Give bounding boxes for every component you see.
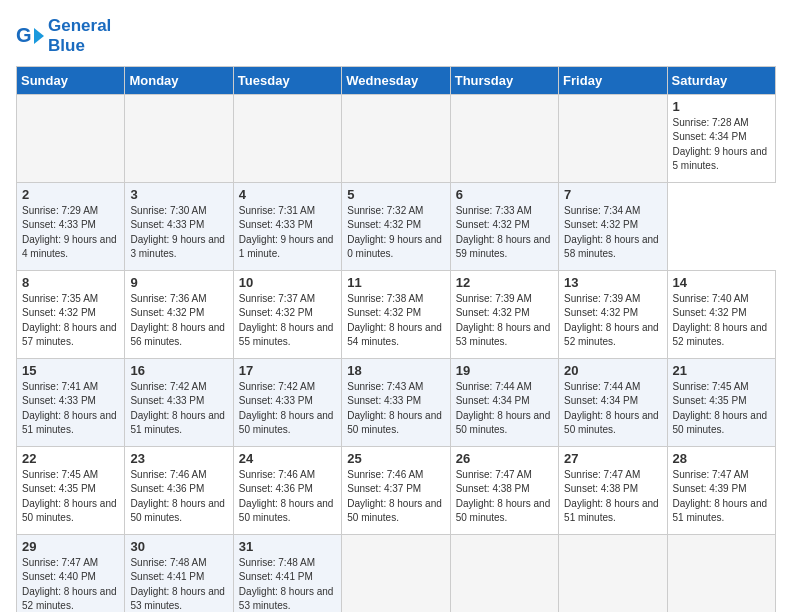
col-header-monday: Monday — [125, 66, 233, 94]
day-info: Sunrise: 7:47 AMSunset: 4:38 PMDaylight:… — [456, 468, 553, 526]
day-cell-24: 24Sunrise: 7:46 AMSunset: 4:36 PMDayligh… — [233, 446, 341, 534]
day-cell-8: 8Sunrise: 7:35 AMSunset: 4:32 PMDaylight… — [17, 270, 125, 358]
day-cell-13: 13Sunrise: 7:39 AMSunset: 4:32 PMDayligh… — [559, 270, 667, 358]
day-number: 13 — [564, 275, 661, 290]
day-number: 15 — [22, 363, 119, 378]
empty-cell — [342, 94, 450, 182]
day-number: 11 — [347, 275, 444, 290]
col-header-thursday: Thursday — [450, 66, 558, 94]
col-header-tuesday: Tuesday — [233, 66, 341, 94]
col-header-wednesday: Wednesday — [342, 66, 450, 94]
svg-text:G: G — [16, 24, 32, 46]
day-number: 24 — [239, 451, 336, 466]
day-cell-5: 5Sunrise: 7:32 AMSunset: 4:32 PMDaylight… — [342, 182, 450, 270]
day-cell-21: 21Sunrise: 7:45 AMSunset: 4:35 PMDayligh… — [667, 358, 775, 446]
week-row-6: 29Sunrise: 7:47 AMSunset: 4:40 PMDayligh… — [17, 534, 776, 612]
day-cell-18: 18Sunrise: 7:43 AMSunset: 4:33 PMDayligh… — [342, 358, 450, 446]
day-number: 12 — [456, 275, 553, 290]
col-header-friday: Friday — [559, 66, 667, 94]
day-info: Sunrise: 7:47 AMSunset: 4:38 PMDaylight:… — [564, 468, 661, 526]
week-row-2: 2Sunrise: 7:29 AMSunset: 4:33 PMDaylight… — [17, 182, 776, 270]
day-info: Sunrise: 7:42 AMSunset: 4:33 PMDaylight:… — [130, 380, 227, 438]
day-number: 25 — [347, 451, 444, 466]
day-cell-12: 12Sunrise: 7:39 AMSunset: 4:32 PMDayligh… — [450, 270, 558, 358]
empty-cell — [450, 94, 558, 182]
week-row-3: 8Sunrise: 7:35 AMSunset: 4:32 PMDaylight… — [17, 270, 776, 358]
day-cell-9: 9Sunrise: 7:36 AMSunset: 4:32 PMDaylight… — [125, 270, 233, 358]
day-info: Sunrise: 7:45 AMSunset: 4:35 PMDaylight:… — [22, 468, 119, 526]
logo-icon: G — [16, 24, 44, 48]
day-number: 26 — [456, 451, 553, 466]
day-info: Sunrise: 7:30 AMSunset: 4:33 PMDaylight:… — [130, 204, 227, 262]
day-info: Sunrise: 7:46 AMSunset: 4:36 PMDaylight:… — [239, 468, 336, 526]
day-cell-4: 4Sunrise: 7:31 AMSunset: 4:33 PMDaylight… — [233, 182, 341, 270]
day-info: Sunrise: 7:29 AMSunset: 4:33 PMDaylight:… — [22, 204, 119, 262]
empty-cell — [17, 94, 125, 182]
day-number: 28 — [673, 451, 770, 466]
empty-cell — [342, 534, 450, 612]
day-number: 7 — [564, 187, 661, 202]
day-number: 27 — [564, 451, 661, 466]
day-cell-15: 15Sunrise: 7:41 AMSunset: 4:33 PMDayligh… — [17, 358, 125, 446]
day-number: 10 — [239, 275, 336, 290]
day-number: 3 — [130, 187, 227, 202]
day-number: 17 — [239, 363, 336, 378]
day-number: 5 — [347, 187, 444, 202]
day-number: 22 — [22, 451, 119, 466]
day-number: 16 — [130, 363, 227, 378]
day-cell-30: 30Sunrise: 7:48 AMSunset: 4:41 PMDayligh… — [125, 534, 233, 612]
week-row-1: 1Sunrise: 7:28 AMSunset: 4:34 PMDaylight… — [17, 94, 776, 182]
day-info: Sunrise: 7:47 AMSunset: 4:40 PMDaylight:… — [22, 556, 119, 612]
day-info: Sunrise: 7:34 AMSunset: 4:32 PMDaylight:… — [564, 204, 661, 262]
day-info: Sunrise: 7:38 AMSunset: 4:32 PMDaylight:… — [347, 292, 444, 350]
empty-cell — [125, 94, 233, 182]
day-info: Sunrise: 7:39 AMSunset: 4:32 PMDaylight:… — [456, 292, 553, 350]
day-cell-10: 10Sunrise: 7:37 AMSunset: 4:32 PMDayligh… — [233, 270, 341, 358]
page-header: G GeneralBlue — [16, 16, 776, 56]
day-number: 30 — [130, 539, 227, 554]
day-info: Sunrise: 7:31 AMSunset: 4:33 PMDaylight:… — [239, 204, 336, 262]
day-info: Sunrise: 7:35 AMSunset: 4:32 PMDaylight:… — [22, 292, 119, 350]
day-info: Sunrise: 7:48 AMSunset: 4:41 PMDaylight:… — [130, 556, 227, 612]
day-cell-31: 31Sunrise: 7:48 AMSunset: 4:41 PMDayligh… — [233, 534, 341, 612]
day-info: Sunrise: 7:46 AMSunset: 4:36 PMDaylight:… — [130, 468, 227, 526]
day-info: Sunrise: 7:44 AMSunset: 4:34 PMDaylight:… — [564, 380, 661, 438]
day-number: 18 — [347, 363, 444, 378]
day-cell-17: 17Sunrise: 7:42 AMSunset: 4:33 PMDayligh… — [233, 358, 341, 446]
day-cell-14: 14Sunrise: 7:40 AMSunset: 4:32 PMDayligh… — [667, 270, 775, 358]
day-info: Sunrise: 7:48 AMSunset: 4:41 PMDaylight:… — [239, 556, 336, 612]
week-row-4: 15Sunrise: 7:41 AMSunset: 4:33 PMDayligh… — [17, 358, 776, 446]
day-cell-7: 7Sunrise: 7:34 AMSunset: 4:32 PMDaylight… — [559, 182, 667, 270]
logo: G GeneralBlue — [16, 16, 111, 56]
day-info: Sunrise: 7:43 AMSunset: 4:33 PMDaylight:… — [347, 380, 444, 438]
day-info: Sunrise: 7:46 AMSunset: 4:37 PMDaylight:… — [347, 468, 444, 526]
empty-cell — [559, 94, 667, 182]
day-cell-6: 6Sunrise: 7:33 AMSunset: 4:32 PMDaylight… — [450, 182, 558, 270]
day-number: 20 — [564, 363, 661, 378]
day-number: 8 — [22, 275, 119, 290]
day-info: Sunrise: 7:28 AMSunset: 4:34 PMDaylight:… — [673, 116, 770, 174]
empty-cell — [233, 94, 341, 182]
day-number: 19 — [456, 363, 553, 378]
col-header-sunday: Sunday — [17, 66, 125, 94]
empty-cell — [559, 534, 667, 612]
day-number: 31 — [239, 539, 336, 554]
day-cell-26: 26Sunrise: 7:47 AMSunset: 4:38 PMDayligh… — [450, 446, 558, 534]
day-info: Sunrise: 7:40 AMSunset: 4:32 PMDaylight:… — [673, 292, 770, 350]
svg-marker-1 — [34, 28, 44, 44]
day-info: Sunrise: 7:41 AMSunset: 4:33 PMDaylight:… — [22, 380, 119, 438]
day-cell-11: 11Sunrise: 7:38 AMSunset: 4:32 PMDayligh… — [342, 270, 450, 358]
week-row-5: 22Sunrise: 7:45 AMSunset: 4:35 PMDayligh… — [17, 446, 776, 534]
col-header-saturday: Saturday — [667, 66, 775, 94]
day-number: 6 — [456, 187, 553, 202]
day-info: Sunrise: 7:36 AMSunset: 4:32 PMDaylight:… — [130, 292, 227, 350]
day-number: 23 — [130, 451, 227, 466]
day-cell-27: 27Sunrise: 7:47 AMSunset: 4:38 PMDayligh… — [559, 446, 667, 534]
day-cell-20: 20Sunrise: 7:44 AMSunset: 4:34 PMDayligh… — [559, 358, 667, 446]
day-number: 21 — [673, 363, 770, 378]
day-cell-22: 22Sunrise: 7:45 AMSunset: 4:35 PMDayligh… — [17, 446, 125, 534]
day-number: 14 — [673, 275, 770, 290]
calendar-table: SundayMondayTuesdayWednesdayThursdayFrid… — [16, 66, 776, 612]
day-cell-1: 1Sunrise: 7:28 AMSunset: 4:34 PMDaylight… — [667, 94, 775, 182]
empty-cell — [450, 534, 558, 612]
